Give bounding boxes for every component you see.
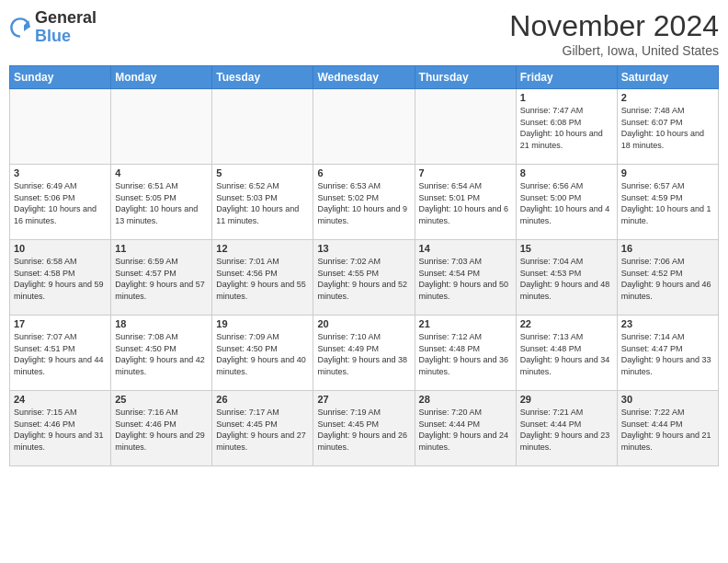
table-row: 22Sunrise: 7:13 AM Sunset: 4:48 PM Dayli… <box>516 316 617 391</box>
table-row <box>313 89 415 165</box>
table-row: 3Sunrise: 6:49 AM Sunset: 5:06 PM Daylig… <box>10 165 111 240</box>
day-number: 8 <box>520 167 613 178</box>
table-row: 30Sunrise: 7:22 AM Sunset: 4:44 PM Dayli… <box>617 391 718 466</box>
day-info: Sunrise: 7:12 AM Sunset: 4:48 PM Dayligh… <box>419 331 512 377</box>
logo-text: General Blue <box>35 9 97 46</box>
day-number: 25 <box>115 394 208 405</box>
day-info: Sunrise: 7:19 AM Sunset: 4:45 PM Dayligh… <box>317 407 410 453</box>
table-row: 14Sunrise: 7:03 AM Sunset: 4:54 PM Dayli… <box>415 240 516 316</box>
calendar-week-row: 24Sunrise: 7:15 AM Sunset: 4:46 PM Dayli… <box>10 391 719 466</box>
col-monday: Monday <box>111 66 212 89</box>
table-row: 25Sunrise: 7:16 AM Sunset: 4:46 PM Dayli… <box>111 391 212 466</box>
day-number: 7 <box>419 167 512 178</box>
day-info: Sunrise: 6:56 AM Sunset: 5:00 PM Dayligh… <box>520 180 613 226</box>
day-info: Sunrise: 7:06 AM Sunset: 4:52 PM Dayligh… <box>621 256 714 302</box>
day-number: 3 <box>14 167 107 178</box>
day-info: Sunrise: 7:16 AM Sunset: 4:46 PM Dayligh… <box>115 407 208 453</box>
day-info: Sunrise: 6:54 AM Sunset: 5:01 PM Dayligh… <box>419 180 512 226</box>
day-info: Sunrise: 7:09 AM Sunset: 4:50 PM Dayligh… <box>216 331 309 377</box>
table-row: 12Sunrise: 7:01 AM Sunset: 4:56 PM Dayli… <box>212 240 313 316</box>
calendar-week-row: 1Sunrise: 7:47 AM Sunset: 6:08 PM Daylig… <box>10 89 719 165</box>
day-number: 29 <box>520 394 613 405</box>
day-number: 27 <box>317 394 410 405</box>
day-info: Sunrise: 6:59 AM Sunset: 4:57 PM Dayligh… <box>115 256 208 302</box>
location: Gilbert, Iowa, United States <box>509 43 719 58</box>
title-block: November 2024 Gilbert, Iowa, United Stat… <box>509 9 719 58</box>
table-row: 18Sunrise: 7:08 AM Sunset: 4:50 PM Dayli… <box>111 316 212 391</box>
table-row: 20Sunrise: 7:10 AM Sunset: 4:49 PM Dayli… <box>313 316 415 391</box>
day-info: Sunrise: 7:04 AM Sunset: 4:53 PM Dayligh… <box>520 256 613 302</box>
day-number: 26 <box>216 394 309 405</box>
table-row: 10Sunrise: 6:58 AM Sunset: 4:58 PM Dayli… <box>10 240 111 316</box>
table-row: 19Sunrise: 7:09 AM Sunset: 4:50 PM Dayli… <box>212 316 313 391</box>
day-number: 21 <box>419 318 512 329</box>
table-row: 8Sunrise: 6:56 AM Sunset: 5:00 PM Daylig… <box>516 165 617 240</box>
table-row: 24Sunrise: 7:15 AM Sunset: 4:46 PM Dayli… <box>10 391 111 466</box>
day-info: Sunrise: 7:14 AM Sunset: 4:47 PM Dayligh… <box>621 331 714 377</box>
day-number: 11 <box>115 243 208 254</box>
calendar-header-row: Sunday Monday Tuesday Wednesday Thursday… <box>10 66 719 89</box>
day-number: 9 <box>621 167 714 178</box>
table-row: 2Sunrise: 7:48 AM Sunset: 6:07 PM Daylig… <box>617 89 718 165</box>
day-number: 4 <box>115 167 208 178</box>
day-number: 13 <box>317 243 410 254</box>
page-header: General Blue November 2024 Gilbert, Iowa… <box>9 9 719 58</box>
day-info: Sunrise: 7:15 AM Sunset: 4:46 PM Dayligh… <box>14 407 107 453</box>
day-number: 16 <box>621 243 714 254</box>
day-info: Sunrise: 7:01 AM Sunset: 4:56 PM Dayligh… <box>216 256 309 302</box>
day-number: 18 <box>115 318 208 329</box>
table-row: 16Sunrise: 7:06 AM Sunset: 4:52 PM Dayli… <box>617 240 718 316</box>
page-container: General Blue November 2024 Gilbert, Iowa… <box>0 0 728 563</box>
day-info: Sunrise: 6:57 AM Sunset: 4:59 PM Dayligh… <box>621 180 714 226</box>
table-row: 7Sunrise: 6:54 AM Sunset: 5:01 PM Daylig… <box>415 165 516 240</box>
table-row: 9Sunrise: 6:57 AM Sunset: 4:59 PM Daylig… <box>617 165 718 240</box>
day-number: 14 <box>419 243 512 254</box>
logo-icon <box>9 17 31 39</box>
table-row: 6Sunrise: 6:53 AM Sunset: 5:02 PM Daylig… <box>313 165 415 240</box>
day-info: Sunrise: 6:51 AM Sunset: 5:05 PM Dayligh… <box>115 180 208 226</box>
day-number: 6 <box>317 167 410 178</box>
table-row: 5Sunrise: 6:52 AM Sunset: 5:03 PM Daylig… <box>212 165 313 240</box>
day-info: Sunrise: 6:49 AM Sunset: 5:06 PM Dayligh… <box>14 180 107 226</box>
day-number: 10 <box>14 243 107 254</box>
table-row: 28Sunrise: 7:20 AM Sunset: 4:44 PM Dayli… <box>415 391 516 466</box>
day-info: Sunrise: 6:53 AM Sunset: 5:02 PM Dayligh… <box>317 180 410 226</box>
logo: General Blue <box>9 9 97 46</box>
col-wednesday: Wednesday <box>313 66 415 89</box>
day-info: Sunrise: 7:02 AM Sunset: 4:55 PM Dayligh… <box>317 256 410 302</box>
day-number: 2 <box>621 92 714 103</box>
table-row: 17Sunrise: 7:07 AM Sunset: 4:51 PM Dayli… <box>10 316 111 391</box>
table-row: 11Sunrise: 6:59 AM Sunset: 4:57 PM Dayli… <box>111 240 212 316</box>
table-row: 4Sunrise: 6:51 AM Sunset: 5:05 PM Daylig… <box>111 165 212 240</box>
day-number: 19 <box>216 318 309 329</box>
day-info: Sunrise: 7:20 AM Sunset: 4:44 PM Dayligh… <box>419 407 512 453</box>
calendar-week-row: 10Sunrise: 6:58 AM Sunset: 4:58 PM Dayli… <box>10 240 719 316</box>
calendar-week-row: 17Sunrise: 7:07 AM Sunset: 4:51 PM Dayli… <box>10 316 719 391</box>
table-row: 21Sunrise: 7:12 AM Sunset: 4:48 PM Dayli… <box>415 316 516 391</box>
day-info: Sunrise: 7:10 AM Sunset: 4:49 PM Dayligh… <box>317 331 410 377</box>
day-number: 28 <box>419 394 512 405</box>
calendar-table: Sunday Monday Tuesday Wednesday Thursday… <box>9 65 719 466</box>
table-row <box>212 89 313 165</box>
day-info: Sunrise: 6:52 AM Sunset: 5:03 PM Dayligh… <box>216 180 309 226</box>
day-number: 24 <box>14 394 107 405</box>
table-row <box>10 89 111 165</box>
table-row: 13Sunrise: 7:02 AM Sunset: 4:55 PM Dayli… <box>313 240 415 316</box>
table-row: 29Sunrise: 7:21 AM Sunset: 4:44 PM Dayli… <box>516 391 617 466</box>
col-sunday: Sunday <box>10 66 111 89</box>
col-friday: Friday <box>516 66 617 89</box>
day-info: Sunrise: 7:47 AM Sunset: 6:08 PM Dayligh… <box>520 105 613 151</box>
month-title: November 2024 <box>509 9 719 43</box>
day-number: 22 <box>520 318 613 329</box>
calendar-week-row: 3Sunrise: 6:49 AM Sunset: 5:06 PM Daylig… <box>10 165 719 240</box>
table-row <box>415 89 516 165</box>
logo-line2: Blue <box>35 28 97 46</box>
day-info: Sunrise: 7:03 AM Sunset: 4:54 PM Dayligh… <box>419 256 512 302</box>
day-number: 20 <box>317 318 410 329</box>
day-info: Sunrise: 7:48 AM Sunset: 6:07 PM Dayligh… <box>621 105 714 151</box>
day-number: 1 <box>520 92 613 103</box>
col-tuesday: Tuesday <box>212 66 313 89</box>
day-number: 30 <box>621 394 714 405</box>
day-number: 23 <box>621 318 714 329</box>
logo-line1: General <box>35 9 97 28</box>
